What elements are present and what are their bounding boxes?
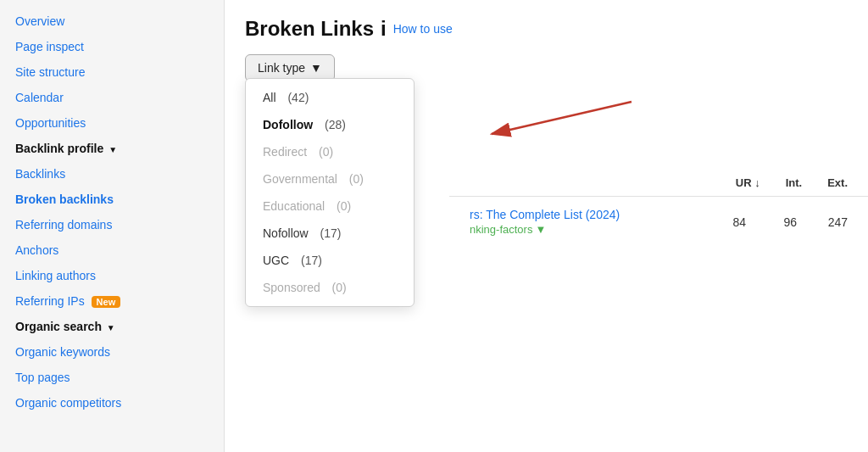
chevron-down-icon: ▼ — [107, 323, 115, 332]
row-sub-link[interactable]: nking-factors ▼ — [470, 223, 695, 236]
sidebar-item-broken-backlinks[interactable]: Broken backlinks — [0, 187, 224, 212]
dropdown-item-sponsored: Sponsored (0) — [246, 274, 414, 301]
sidebar-item-linking-authors[interactable]: Linking authors — [0, 263, 224, 288]
link-type-dropdown-menu: All (42) Dofollow (28) Redirect (0) Gove… — [245, 78, 415, 307]
sidebar-item-backlinks[interactable]: Backlinks — [0, 161, 224, 187]
dropdown-item-educational: Educational (0) — [246, 193, 414, 220]
table-cell-ur: 84 — [695, 215, 746, 229]
sidebar: Overview Page inspect Site structure Cal… — [0, 0, 225, 452]
sidebar-item-referring-domains[interactable]: Referring domains — [0, 212, 224, 237]
table-cell-int: 96 — [746, 215, 797, 229]
sidebar-item-page-inspect[interactable]: Page inspect — [0, 34, 224, 59]
page-title: Broken Links i How to use — [245, 17, 848, 41]
sidebar-item-organic-competitors[interactable]: Organic competitors — [0, 390, 224, 416]
info-icon[interactable]: i — [381, 17, 387, 41]
row-title-link[interactable]: rs: The Complete List (2024) — [470, 208, 695, 221]
dropdown-item-dofollow[interactable]: Dofollow (28) — [246, 111, 414, 138]
table-cell-title: rs: The Complete List (2024) nking-facto… — [470, 208, 695, 236]
chevron-down-icon: ▼ — [535, 223, 546, 236]
sidebar-item-site-structure[interactable]: Site structure — [0, 59, 224, 85]
sidebar-item-overview[interactable]: Overview — [0, 8, 224, 34]
svg-line-1 — [492, 102, 632, 134]
sidebar-section-organic-search[interactable]: Organic search ▼ — [0, 314, 224, 339]
how-to-use-link[interactable]: How to use — [393, 22, 453, 36]
sidebar-item-organic-keywords[interactable]: Organic keywords — [0, 339, 224, 365]
sidebar-item-calendar[interactable]: Calendar — [0, 85, 224, 110]
sidebar-item-anchors[interactable]: Anchors — [0, 237, 224, 263]
col-ur: UR ↓ — [736, 176, 760, 189]
sidebar-section-backlink-profile[interactable]: Backlink profile ▼ — [0, 136, 224, 161]
dropdown-item-governmental: Governmental (0) — [246, 165, 414, 193]
chevron-down-icon: ▼ — [108, 145, 117, 154]
dropdown-item-redirect: Redirect (0) — [246, 138, 414, 165]
col-int: Int. — [786, 176, 803, 189]
table-cell-ext: 247 — [797, 215, 848, 229]
sidebar-item-top-pages[interactable]: Top pages — [0, 365, 224, 390]
table-row: rs: The Complete List (2024) nking-facto… — [449, 199, 868, 244]
new-badge: New — [92, 296, 121, 308]
main-content: Broken Links i How to use Link type ▼ Al… — [225, 0, 868, 452]
arrow-annotation — [394, 93, 648, 164]
table-header: UR ↓ Int. Ext. — [449, 170, 868, 197]
dropdown-item-nofollow[interactable]: Nofollow (17) — [246, 220, 414, 247]
sidebar-item-opportunities[interactable]: Opportunities — [0, 110, 224, 136]
chevron-down-icon: ▼ — [310, 61, 322, 75]
dropdown-item-all[interactable]: All (42) — [246, 84, 414, 111]
dropdown-item-ugc[interactable]: UGC (17) — [246, 247, 414, 274]
col-ext: Ext. — [827, 176, 848, 189]
sidebar-item-referring-ips[interactable]: Referring IPs New — [0, 288, 224, 314]
